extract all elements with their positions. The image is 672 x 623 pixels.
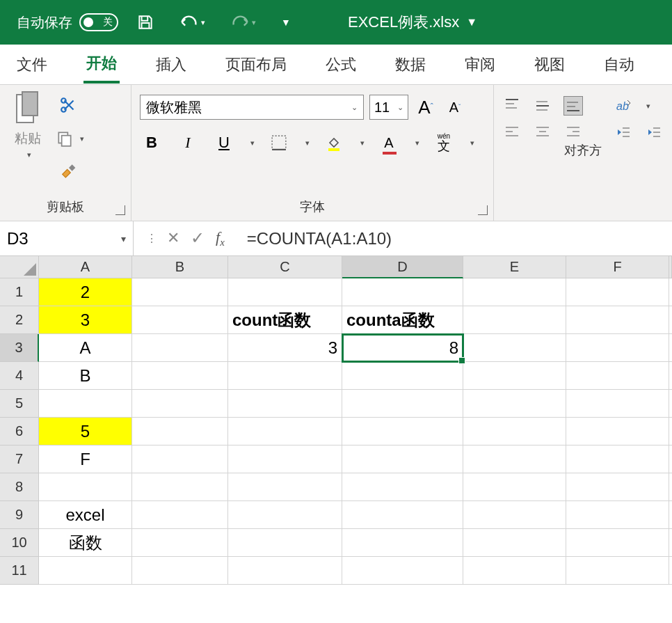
cell-E1[interactable] bbox=[463, 278, 566, 306]
cell-C3[interactable]: 3 bbox=[228, 334, 342, 362]
orientation-button[interactable]: ab bbox=[614, 96, 633, 116]
row-header-3[interactable]: 3 bbox=[0, 334, 39, 362]
tab-view[interactable]: 视图 bbox=[531, 47, 568, 82]
cell-D6[interactable] bbox=[342, 418, 463, 445]
tab-file[interactable]: 文件 bbox=[14, 47, 50, 82]
increase-font-button[interactable]: Aˆ bbox=[414, 95, 438, 119]
cell-C4[interactable] bbox=[228, 362, 342, 390]
tab-auto[interactable]: 自动 bbox=[601, 47, 637, 82]
align-left-button[interactable] bbox=[502, 123, 522, 142]
cell-B11[interactable] bbox=[132, 557, 228, 585]
cell-C11[interactable] bbox=[228, 557, 342, 585]
cell-B9[interactable] bbox=[132, 501, 228, 529]
cell-C2[interactable]: count函数 bbox=[228, 306, 342, 334]
border-button[interactable] bbox=[267, 131, 291, 155]
autosave-toggle[interactable]: 自动保存 关 bbox=[17, 13, 118, 32]
clipboard-launcher[interactable] bbox=[115, 205, 125, 215]
cell-A5[interactable] bbox=[39, 390, 132, 418]
cell-B8[interactable] bbox=[132, 473, 228, 501]
save-button[interactable] bbox=[134, 10, 157, 34]
cut-button[interactable] bbox=[53, 93, 84, 117]
chevron-down-icon[interactable]: ▾ bbox=[360, 139, 365, 148]
name-box[interactable]: D3 ▾ bbox=[0, 221, 134, 256]
bold-button[interactable]: B bbox=[140, 131, 163, 155]
cell-B4[interactable] bbox=[132, 362, 228, 390]
cell-B3[interactable] bbox=[132, 334, 228, 362]
cell-E9[interactable] bbox=[463, 501, 566, 529]
tab-formulas[interactable]: 公式 bbox=[323, 47, 359, 82]
underline-button[interactable]: U bbox=[212, 131, 236, 155]
chevron-down-icon[interactable]: ▾ bbox=[470, 139, 474, 148]
cell-C10[interactable] bbox=[228, 529, 342, 557]
cell-D7[interactable] bbox=[342, 445, 463, 473]
cell-E3[interactable] bbox=[463, 334, 566, 362]
cell-D5[interactable] bbox=[342, 390, 463, 418]
cell-A11[interactable] bbox=[39, 557, 132, 585]
cell-D2[interactable]: counta函数 bbox=[342, 306, 463, 334]
tab-pagelayout[interactable]: 页面布局 bbox=[223, 47, 289, 82]
cell-E8[interactable] bbox=[463, 473, 566, 501]
cell-F9[interactable] bbox=[566, 501, 669, 529]
cell-D10[interactable] bbox=[342, 529, 463, 557]
tab-insert[interactable]: 插入 bbox=[153, 47, 189, 82]
formula-input[interactable]: =COUNTA(A1:A10) bbox=[237, 229, 672, 249]
cell-E6[interactable] bbox=[463, 418, 566, 445]
increase-indent-button[interactable] bbox=[644, 123, 664, 142]
chevron-down-icon[interactable]: ▾ bbox=[305, 139, 310, 148]
select-all-corner[interactable] bbox=[0, 256, 39, 278]
cell-D8[interactable] bbox=[342, 473, 463, 501]
col-header-C[interactable]: C bbox=[228, 256, 342, 278]
row-header-11[interactable]: 11 bbox=[0, 557, 39, 585]
font-launcher[interactable] bbox=[478, 205, 488, 215]
cell-C8[interactable] bbox=[228, 473, 342, 501]
cell-B7[interactable] bbox=[132, 445, 228, 473]
cell-C5[interactable] bbox=[228, 390, 342, 418]
decrease-indent-button[interactable] bbox=[614, 123, 633, 142]
col-header-A[interactable]: A bbox=[39, 256, 132, 278]
chevron-down-icon[interactable]: ▾ bbox=[415, 139, 419, 148]
cell-C1[interactable] bbox=[228, 278, 342, 306]
col-header-E[interactable]: E bbox=[463, 256, 566, 278]
cell-D4[interactable] bbox=[342, 362, 463, 390]
cell-F2[interactable] bbox=[566, 306, 669, 334]
cell-E4[interactable] bbox=[463, 362, 566, 390]
cell-F8[interactable] bbox=[566, 473, 669, 501]
cell-F10[interactable] bbox=[566, 529, 669, 557]
cell-F3[interactable] bbox=[566, 334, 669, 362]
chevron-down-icon[interactable]: ▾ bbox=[250, 139, 255, 148]
cell-A8[interactable] bbox=[39, 473, 132, 501]
cell-A4[interactable]: B bbox=[39, 362, 132, 390]
cell-E7[interactable] bbox=[463, 445, 566, 473]
col-header-F[interactable]: F bbox=[566, 256, 669, 278]
tab-review[interactable]: 审阅 bbox=[462, 47, 498, 82]
fx-button[interactable]: fx bbox=[216, 228, 225, 249]
cell-B1[interactable] bbox=[132, 278, 228, 306]
cell-A9[interactable]: excel bbox=[39, 501, 132, 529]
cell-C6[interactable] bbox=[228, 418, 342, 445]
row-header-6[interactable]: 6 bbox=[0, 418, 39, 445]
cell-E11[interactable] bbox=[463, 557, 566, 585]
decrease-font-button[interactable]: Aˇ bbox=[443, 95, 467, 119]
cell-F4[interactable] bbox=[566, 362, 669, 390]
align-center-button[interactable] bbox=[533, 123, 552, 142]
font-name-select[interactable]: 微软雅黑 ⌄ bbox=[140, 95, 364, 120]
italic-button[interactable]: I bbox=[176, 131, 200, 155]
row-header-5[interactable]: 5 bbox=[0, 390, 39, 418]
tab-data[interactable]: 数据 bbox=[392, 47, 429, 82]
font-color-button[interactable]: A bbox=[377, 131, 401, 155]
copy-button[interactable] bbox=[53, 127, 77, 150]
accept-formula-button[interactable]: ✓ bbox=[191, 228, 205, 248]
row-header-2[interactable]: 2 bbox=[0, 306, 39, 334]
align-middle-button[interactable] bbox=[533, 96, 552, 116]
font-size-select[interactable]: 11 ⌄ bbox=[369, 95, 408, 120]
row-header-8[interactable]: 8 bbox=[0, 473, 39, 501]
cell-A3[interactable]: A bbox=[39, 334, 132, 362]
cancel-formula-button[interactable]: ✕ bbox=[167, 229, 179, 247]
cell-A7[interactable]: F bbox=[39, 445, 132, 473]
cell-B6[interactable] bbox=[132, 418, 228, 445]
cell-F11[interactable] bbox=[566, 557, 669, 585]
align-right-button[interactable] bbox=[563, 123, 583, 142]
col-header-D[interactable]: D bbox=[342, 256, 463, 278]
phonetic-button[interactable]: wén 文 bbox=[432, 131, 456, 155]
filename[interactable]: EXCEL例表.xlsx ▼ bbox=[195, 12, 477, 33]
